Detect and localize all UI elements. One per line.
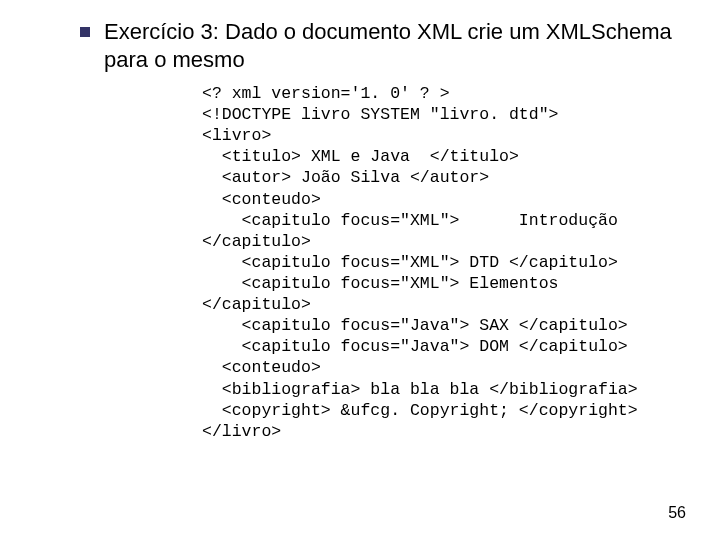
- xml-code-block: <? xml version='1. 0' ? > <!DOCTYPE livr…: [202, 83, 680, 442]
- title-row: Exercício 3: Dado o documento XML crie u…: [80, 18, 680, 73]
- slide-body: Exercício 3: Dado o documento XML crie u…: [0, 0, 720, 442]
- page-number: 56: [668, 504, 686, 522]
- square-bullet-icon: [80, 27, 90, 37]
- code-block-wrap: <? xml version='1. 0' ? > <!DOCTYPE livr…: [202, 83, 680, 442]
- slide-title: Exercício 3: Dado o documento XML crie u…: [104, 18, 680, 73]
